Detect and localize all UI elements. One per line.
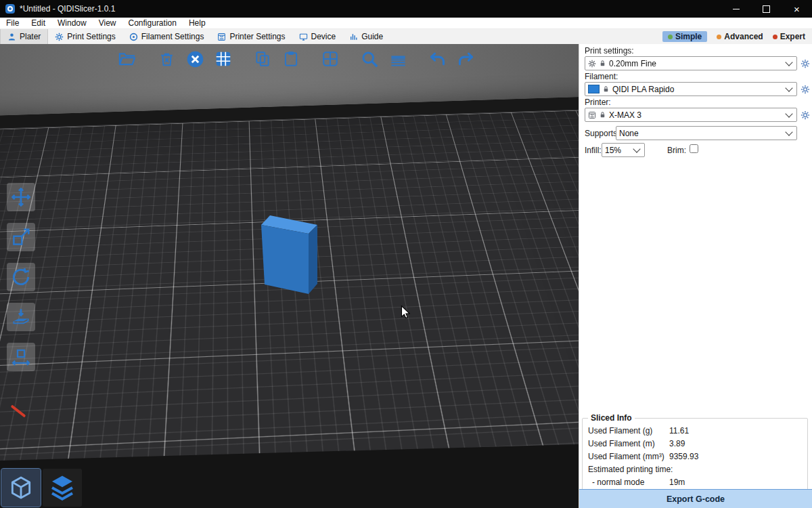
tab-device[interactable]: Device (292, 29, 343, 44)
3d-editor-view-button[interactable] (1, 469, 41, 507)
print-settings-value: 0.20mm Fine (609, 59, 784, 68)
copy-icon (254, 50, 271, 68)
measure-tool-button[interactable] (7, 343, 35, 371)
tab-plater[interactable]: Plater (0, 29, 48, 44)
model-cube[interactable] (259, 214, 320, 297)
menu-window[interactable]: Window (58, 18, 87, 28)
sliced-info-box: Sliced Info Used Filament (g) 11.61 Used… (582, 413, 808, 490)
delete-all-icon (186, 50, 204, 68)
place-on-face-tool-button[interactable] (7, 303, 35, 331)
menu-help[interactable]: Help (189, 18, 206, 28)
print-settings-select[interactable]: 0.20mm Fine (585, 56, 797, 70)
copy-button[interactable] (252, 48, 273, 70)
printer-icon (217, 33, 226, 41)
tab-print-settings[interactable]: Print Settings (48, 29, 122, 44)
sliced-info-label: Used Filament (mm³) (588, 452, 669, 461)
delete-button[interactable] (156, 48, 177, 70)
split-view-button[interactable] (319, 48, 341, 70)
menu-file[interactable]: File (6, 18, 19, 28)
printer-label: Printer: (585, 98, 611, 107)
gizmo-toolbar (7, 183, 35, 371)
variable-layer-height-button[interactable] (387, 48, 409, 70)
arrange-button[interactable] (212, 48, 234, 70)
search-icon (361, 50, 379, 68)
sliced-info-value: 19m (669, 478, 685, 487)
tab-guide[interactable]: Guide (342, 29, 390, 44)
open-file-button[interactable] (116, 48, 138, 70)
lock-icon (602, 85, 610, 93)
delete-all-button[interactable] (184, 48, 206, 70)
chevron-down-icon (633, 145, 640, 152)
print-settings-gear-button[interactable] (799, 58, 811, 69)
search-button[interactable] (359, 48, 380, 70)
menu-view[interactable]: View (99, 18, 116, 28)
redo-button[interactable] (455, 48, 476, 70)
chevron-down-icon (785, 128, 792, 135)
mode-advanced[interactable]: Advanced (717, 32, 763, 41)
infill-select[interactable]: 15% (602, 143, 645, 157)
tab-label: Printer Settings (229, 32, 285, 41)
paste-button[interactable] (280, 48, 302, 70)
plater-icon (7, 33, 16, 41)
maximize-button[interactable] (751, 0, 782, 18)
chevron-down-icon (785, 110, 792, 117)
view-toggles (1, 469, 82, 507)
mode-label: Expert (780, 32, 805, 41)
menu-configuration[interactable]: Configuration (129, 18, 177, 28)
filament-select[interactable]: QIDI PLA Rapido (585, 82, 797, 96)
close-icon: × (794, 4, 800, 14)
filament-label: Filament: (585, 72, 618, 81)
wireframe-cube-icon (8, 475, 34, 501)
undo-button[interactable] (426, 48, 448, 70)
supports-select[interactable]: None (616, 126, 797, 140)
app-window: *Untitled - QIDISlicer-1.0.1 × File Edit… (0, 0, 812, 508)
brim-checkbox[interactable] (690, 144, 698, 153)
sliced-info-value: 9359.93 (669, 452, 698, 461)
menu-edit[interactable]: Edit (31, 18, 45, 28)
redo-icon (457, 50, 475, 68)
tab-label: Plater (20, 32, 41, 41)
minimize-button[interactable] (721, 0, 751, 18)
tab-filament-settings[interactable]: Filament Settings (122, 29, 211, 44)
print-settings-label: Print settings: (585, 46, 634, 56)
supports-label: Supports: (585, 129, 619, 138)
move-tool-button[interactable] (7, 183, 35, 211)
tab-printer-settings[interactable]: Printer Settings (210, 29, 292, 44)
gear-icon (800, 85, 810, 94)
print-settings-row: 0.20mm Fine (579, 56, 812, 70)
scale-tool-button[interactable] (7, 223, 35, 251)
printer-select[interactable]: X-MAX 3 (585, 108, 797, 122)
lock-icon (599, 60, 606, 67)
infill-value: 15% (605, 146, 631, 155)
tabbar: Plater Print Settings Filament Settings … (0, 29, 812, 45)
arrange-grid-icon (215, 50, 232, 68)
tab-label: Filament Settings (141, 32, 204, 41)
printer-gear-button[interactable] (799, 109, 811, 121)
mode-expert[interactable]: Expert (773, 32, 805, 41)
export-gcode-button[interactable]: Export G-code (579, 489, 812, 508)
sliced-info-row: Estimated printing time: (588, 463, 802, 475)
sidebar: Print settings: 0.20mm Fine Filament: QI… (579, 44, 812, 508)
preview-view-button[interactable] (43, 469, 82, 507)
gear-icon (55, 33, 64, 41)
close-button[interactable]: × (782, 0, 812, 18)
app-logo-icon (5, 4, 15, 14)
gear-icon (800, 59, 810, 68)
sliced-info-value: 11.61 (669, 426, 689, 436)
monitor-icon (299, 33, 308, 41)
chevron-down-icon (785, 84, 792, 91)
rotate-tool-button[interactable] (7, 263, 35, 291)
paste-icon (282, 50, 300, 68)
measure-width-icon (11, 347, 31, 367)
sliced-info-row: Used Filament (mm³) 9359.93 (588, 450, 802, 463)
3d-viewport[interactable] (0, 44, 579, 508)
mode-simple[interactable]: Simple (662, 31, 707, 42)
split-view-icon (321, 50, 339, 68)
maximize-icon (763, 5, 770, 13)
filament-value: QIDI PLA Rapido (612, 85, 784, 94)
viewport-toolbar (116, 48, 476, 70)
filament-gear-button[interactable] (799, 83, 811, 95)
sliced-info-value: 3.89 (669, 439, 685, 448)
menubar: File Edit Window View Configuration Help (0, 18, 812, 29)
mode-label: Simple (675, 32, 702, 41)
